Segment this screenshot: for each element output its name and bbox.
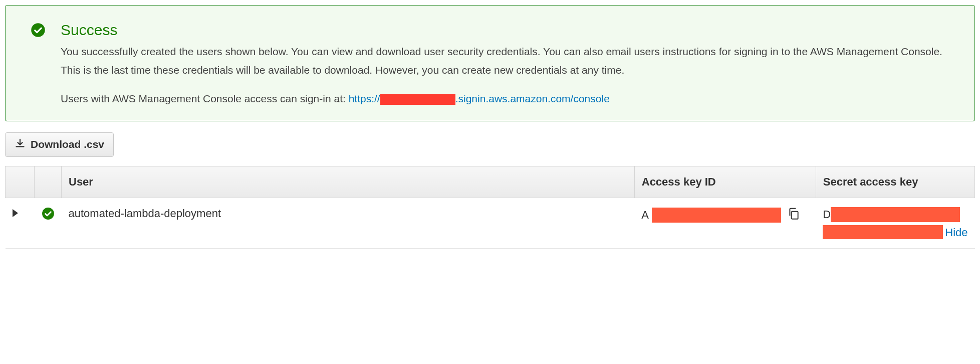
signin-url-link[interactable]: https://.signin.aws.amazon.com/console [349, 93, 610, 104]
table-row: automated-lambda-deployment A [6, 198, 975, 248]
success-description: You successfully created the users shown… [61, 43, 954, 80]
redacted-secret-key-line2 [823, 225, 943, 239]
column-status [35, 166, 62, 198]
redacted-secret-key-line1 [831, 207, 960, 222]
signin-line: Users with AWS Management Console access… [61, 93, 954, 105]
redacted-account-id [380, 94, 455, 105]
users-table: User Access key ID Secret access key aut… [5, 166, 975, 249]
success-title: Success [61, 22, 954, 39]
download-icon [15, 138, 26, 151]
column-expand [6, 166, 35, 198]
secret-key-prefix: D [823, 208, 831, 221]
hide-secret-link[interactable]: Hide [945, 226, 967, 239]
column-secret-access-key[interactable]: Secret access key [816, 166, 974, 198]
download-csv-button[interactable]: Download .csv [5, 132, 114, 157]
expand-row-caret-icon[interactable] [13, 209, 18, 217]
redacted-access-key [652, 208, 781, 223]
column-access-key-id[interactable]: Access key ID [634, 166, 816, 198]
svg-point-0 [31, 23, 45, 37]
signin-prefix-text: Users with AWS Management Console access… [61, 93, 349, 104]
column-user[interactable]: User [62, 166, 635, 198]
row-status-icon [42, 210, 55, 223]
success-alert: Success You successfully created the use… [5, 5, 975, 121]
cell-username: automated-lambda-deployment [62, 198, 635, 248]
copy-access-key-icon[interactable] [784, 207, 800, 223]
svg-point-1 [42, 208, 54, 220]
success-icon [31, 22, 46, 40]
svg-rect-2 [792, 212, 798, 219]
access-key-prefix: A [641, 209, 649, 222]
download-csv-label: Download .csv [31, 138, 104, 150]
